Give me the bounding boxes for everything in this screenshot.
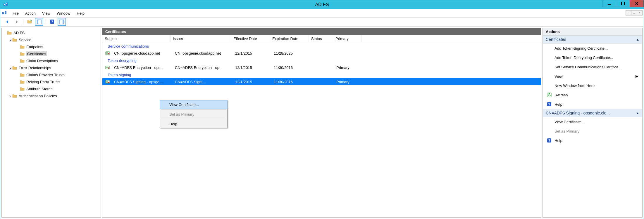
folder-icon bbox=[20, 44, 25, 49]
action-help[interactable]: Help bbox=[543, 100, 642, 109]
expander-icon[interactable]: ◢ bbox=[8, 66, 12, 69]
mdi-minimize-button[interactable]: – bbox=[626, 10, 631, 15]
forward-button[interactable] bbox=[13, 18, 21, 26]
blank-icon bbox=[547, 55, 552, 60]
actions-group-label: CN=ADFS Signing - opsgenie.clo... bbox=[546, 111, 610, 115]
group-service-communications: Service communications bbox=[102, 42, 541, 50]
minimize-button[interactable] bbox=[602, 0, 616, 7]
blank-icon bbox=[547, 83, 552, 88]
certificate-icon bbox=[105, 65, 111, 70]
blank-icon bbox=[547, 74, 552, 79]
expander-icon[interactable]: ▷ bbox=[8, 94, 12, 98]
context-set-as-primary[interactable]: Set as Primary bbox=[160, 110, 227, 118]
toolbar-separator bbox=[23, 19, 23, 25]
help-icon bbox=[547, 138, 552, 143]
list-pane: Certificates Subject Issuer Effective Da… bbox=[102, 28, 541, 218]
svg-rect-10 bbox=[621, 2, 624, 5]
col-primary[interactable]: Primary bbox=[333, 35, 361, 42]
cell-effective: 12/1/2015 bbox=[233, 51, 271, 55]
tree-label: Certificates bbox=[26, 51, 47, 56]
certificate-icon bbox=[105, 51, 111, 55]
actions-group-certificates[interactable]: Certificates ▲ bbox=[543, 35, 642, 44]
list-pane-header: Certificates bbox=[102, 28, 541, 35]
action-label: View Certificate... bbox=[555, 120, 584, 124]
tree-label: Relying Party Trusts bbox=[26, 80, 60, 84]
action-set-service-comm[interactable]: Set Service Communications Certifica... bbox=[543, 62, 642, 72]
col-issuer[interactable]: Issuer bbox=[171, 35, 231, 42]
actions-group-selected-cert[interactable]: CN=ADFS Signing - opsgenie.clo... ▲ bbox=[543, 109, 642, 117]
tree-body[interactable]: ▶ AD FS ◢ Service ▶ Endpoints ▶ bbox=[2, 28, 101, 100]
menu-bar: File Action View Window Help – ❐ × bbox=[0, 9, 644, 18]
mdi-close-button[interactable]: × bbox=[637, 10, 643, 15]
context-menu-separator bbox=[161, 119, 226, 119]
tree-node-endpoints[interactable]: ▶ Endpoints bbox=[2, 43, 101, 50]
action-view[interactable]: View ▶ bbox=[543, 72, 642, 81]
col-subject[interactable]: Subject bbox=[102, 35, 171, 42]
window-controls bbox=[602, 0, 644, 7]
tree-node-attribute-stores[interactable]: ▶ Attribute Stores bbox=[2, 85, 101, 92]
col-expiration[interactable]: Expiration Date bbox=[270, 35, 309, 42]
action-new-window[interactable]: New Window from Here bbox=[543, 81, 642, 90]
cell-expiration: 11/28/2025 bbox=[271, 51, 310, 55]
col-status[interactable]: Status bbox=[309, 35, 333, 42]
tree-node-claims-provider-trusts[interactable]: ▶ Claims Provider Trusts bbox=[2, 71, 101, 78]
action-label: Help bbox=[555, 138, 562, 143]
tree-label: Service bbox=[19, 38, 31, 42]
tree-label: AD FS bbox=[13, 31, 25, 35]
folder-icon bbox=[20, 72, 25, 77]
help-icon bbox=[547, 102, 552, 107]
action-help-2[interactable]: Help bbox=[543, 136, 642, 145]
menu-window[interactable]: Window bbox=[54, 10, 73, 17]
back-button[interactable] bbox=[3, 18, 11, 26]
blank-icon bbox=[547, 119, 552, 124]
certificate-icon bbox=[105, 79, 111, 84]
help-button[interactable] bbox=[48, 18, 56, 26]
cell-effective: 12/1/2015 bbox=[233, 80, 271, 84]
menu-help[interactable]: Help bbox=[74, 10, 87, 17]
action-refresh[interactable]: Refresh bbox=[543, 90, 642, 100]
folder-icon bbox=[12, 65, 18, 70]
show-hide-tree-button[interactable] bbox=[35, 18, 43, 26]
tree-node-claim-descriptions[interactable]: ▶ Claim Descriptions bbox=[2, 57, 101, 64]
menu-action[interactable]: Action bbox=[22, 10, 39, 17]
mdi-restore-button[interactable]: ❐ bbox=[631, 10, 637, 15]
action-set-as-primary[interactable]: Set as Primary bbox=[543, 126, 642, 136]
action-add-token-decrypting[interactable]: Add Token-Decrypting Certificate... bbox=[543, 53, 642, 62]
list-body[interactable]: Service communications CN=opsgenie.cloud… bbox=[102, 42, 541, 217]
action-label: Add Token-Decrypting Certificate... bbox=[555, 55, 613, 60]
tree-node-authentication-policies[interactable]: ▷ Authentication Policies bbox=[2, 92, 101, 99]
context-help[interactable]: Help bbox=[160, 120, 227, 128]
cell-expiration: 11/30/2016 bbox=[271, 80, 310, 84]
action-add-token-signing[interactable]: Add Token-Signing Certificate... bbox=[543, 44, 642, 53]
cert-row-service-comm[interactable]: CN=opsgenie.cloudapp.net CN=opsgenie.clo… bbox=[102, 50, 541, 57]
tree-node-adfs[interactable]: ▶ AD FS bbox=[2, 29, 101, 36]
cell-primary: Primary bbox=[334, 65, 362, 70]
tree-node-relying-party-trusts[interactable]: ▶ Relying Party Trusts bbox=[2, 78, 101, 85]
context-view-certificate[interactable]: View Certificate... bbox=[160, 100, 228, 109]
tree-node-trust-relationships[interactable]: ◢ Trust Relationships bbox=[2, 64, 101, 71]
cell-issuer: CN=opsgenie.cloudapp.net bbox=[173, 51, 233, 55]
cert-row-token-decrypting[interactable]: CN=ADFS Encryption - ops... CN=ADFS Encr… bbox=[102, 64, 541, 71]
folder-icon bbox=[12, 93, 18, 98]
up-button[interactable] bbox=[26, 18, 34, 26]
window-title: AD FS bbox=[0, 2, 644, 7]
folder-icon bbox=[7, 30, 12, 35]
maximize-button[interactable] bbox=[616, 0, 630, 7]
tree-node-certificates[interactable]: ▶ Certificates bbox=[2, 50, 101, 57]
actions-pane: Actions Certificates ▲ Add Token-Signing… bbox=[543, 28, 643, 218]
refresh-icon bbox=[547, 93, 552, 97]
tree-label: Trust Relationships bbox=[19, 66, 51, 70]
tree-node-service[interactable]: ◢ Service bbox=[2, 36, 101, 43]
col-effective[interactable]: Effective Date bbox=[231, 35, 270, 42]
menu-file[interactable]: File bbox=[10, 10, 22, 17]
cert-row-token-signing[interactable]: CN=ADFS Signing - opsge... CN=ADFS Signi… bbox=[102, 78, 541, 85]
expander-icon[interactable]: ◢ bbox=[8, 38, 12, 41]
svg-rect-12 bbox=[37, 20, 38, 24]
actions-body: Certificates ▲ Add Token-Signing Certifi… bbox=[543, 35, 642, 217]
show-hide-action-pane-button[interactable] bbox=[58, 18, 66, 26]
mdi-controls: – ❐ × bbox=[626, 10, 643, 15]
menu-view[interactable]: View bbox=[39, 10, 53, 17]
action-view-certificate[interactable]: View Certificate... bbox=[543, 117, 642, 126]
close-button[interactable] bbox=[630, 0, 644, 7]
blank-icon bbox=[547, 129, 552, 133]
